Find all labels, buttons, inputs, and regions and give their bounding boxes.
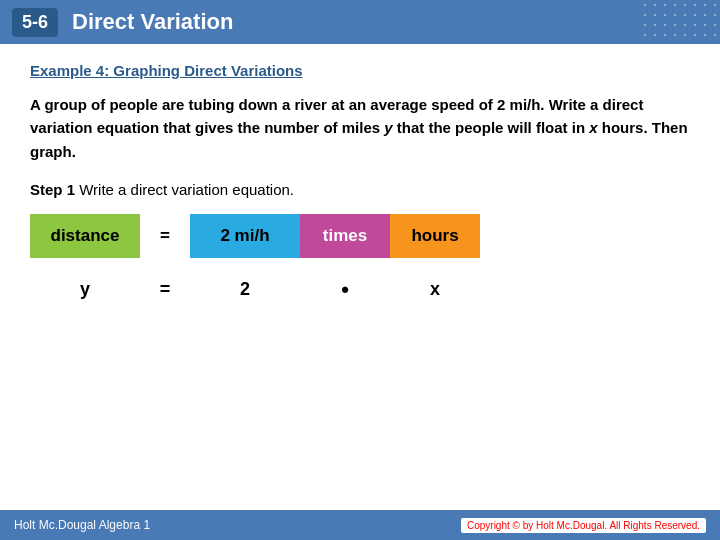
footer-copyright: Copyright © by Holt Mc.Dougal. All Right… [461, 518, 706, 533]
step1-line: Step 1 Write a direct variation equation… [30, 181, 690, 198]
footer: Holt Mc.Dougal Algebra 1 Copyright © by … [0, 510, 720, 540]
distance-label: distance [30, 214, 140, 258]
step1-label: Step 1 [30, 181, 75, 198]
two-value: 2 [190, 268, 300, 312]
problem-text: A group of people are tubing down a rive… [30, 93, 690, 163]
equals-sign-2: = [140, 268, 190, 312]
dot-operator: • [300, 268, 390, 312]
speed-value: 2 mi/h [190, 214, 300, 258]
header: 5-6 Direct Variation [0, 0, 720, 44]
dot-grid-decoration [640, 0, 720, 44]
multiplication-dot: • [341, 277, 349, 303]
footer-publisher: Holt Mc.Dougal Algebra 1 [14, 518, 150, 532]
step1-text: Write a direct variation equation. [75, 181, 294, 198]
y-variable: y [30, 268, 140, 312]
equals-sign-1: = [140, 214, 190, 258]
equation-row-2: y = 2 • x [30, 268, 690, 312]
x-variable: x [390, 268, 480, 312]
equation-row-1: distance = 2 mi/h times hours [30, 214, 690, 258]
lesson-badge: 5-6 [12, 8, 58, 37]
example-title: Example 4: Graphing Direct Variations [30, 62, 690, 79]
times-label: times [300, 214, 390, 258]
hours-label: hours [390, 214, 480, 258]
main-content: Example 4: Graphing Direct Variations A … [0, 44, 720, 332]
page-title: Direct Variation [72, 9, 233, 35]
